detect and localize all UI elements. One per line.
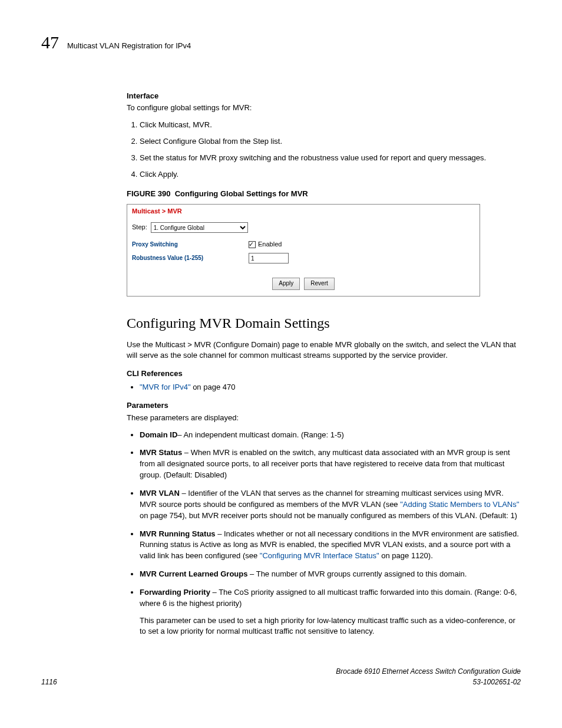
figure-prefix: FIGURE 390 [127, 189, 170, 198]
main-content: Interface To configure global settings f… [127, 91, 521, 638]
param-fwd-label: Forwarding Priority [140, 588, 210, 597]
params-list: Domain ID– An independent multicast doma… [127, 430, 521, 638]
step-4: Click Apply. [140, 169, 521, 180]
robustness-input[interactable] [249, 253, 289, 263]
section-intro: Use the Multicast > MVR (Configure Domai… [127, 340, 521, 362]
step-select[interactable]: 1. Configure Global [151, 222, 248, 233]
footer-right: Brocade 6910 Ethernet Access Switch Conf… [336, 667, 521, 687]
params-heading: Parameters [127, 400, 521, 411]
page-header: 47 Multicast VLAN Registration for IPv4 [41, 29, 521, 55]
step-1: Click Multicast, MVR. [140, 120, 521, 131]
chapter-number: 47 [41, 29, 59, 55]
step-3: Set the status for MVR proxy switching a… [140, 153, 521, 164]
step-selector-row: Step: 1. Configure Global [127, 219, 480, 238]
enabled-checkbox[interactable] [249, 241, 256, 248]
param-running-status: MVR Running Status – Indicates whether o… [140, 529, 521, 562]
breadcrumb-multicast: Multicast [132, 207, 160, 215]
robustness-label: Robustness Value (1-255) [132, 254, 249, 263]
param-running-label: MVR Running Status [140, 529, 216, 538]
section-title: Configuring MVR Domain Settings [127, 313, 521, 334]
form-area: Proxy Switching Enabled Robustness Value… [127, 238, 480, 273]
revert-button[interactable]: Revert [304, 278, 334, 290]
footer-guide: Brocade 6910 Ethernet Access Switch Conf… [336, 667, 521, 677]
cli-list: "MVR for IPv4" on page 470 [127, 382, 521, 393]
param-learned-label: MVR Current Learned Groups [140, 569, 247, 578]
robustness-row: Robustness Value (1-255) [132, 253, 475, 263]
param-mvr-status: MVR Status – When MVR is enabled on the … [140, 447, 521, 481]
param-forwarding-priority: Forwarding Priority – The CoS priority a… [140, 587, 521, 637]
param-domain-id-text: – An independent multicast domain. (Rang… [177, 430, 344, 439]
enabled-label: Enabled [258, 240, 282, 249]
param-mvr-vlan-text2: on page 754), but MVR receiver ports sho… [140, 511, 517, 520]
interface-desc: To configure global settings for MVR: [127, 103, 521, 114]
interface-steps: Click Multicast, MVR. Select Configure G… [127, 120, 521, 180]
param-fwd-note: This parameter can be used to set a high… [140, 615, 521, 638]
figure-caption: Configuring Global Settings for MVR [175, 189, 308, 198]
proxy-switching-label: Proxy Switching [132, 241, 249, 249]
apply-button[interactable]: Apply [272, 278, 300, 290]
params-intro: These parameters are displayed: [127, 413, 521, 424]
param-learned-groups: MVR Current Learned Groups – The number … [140, 569, 521, 580]
cli-link[interactable]: "MVR for IPv4" [140, 383, 191, 391]
proxy-switching-row: Proxy Switching Enabled [132, 240, 475, 249]
step-label: Step: [132, 223, 147, 232]
param-running-link[interactable]: "Configuring MVR Interface Status" [260, 551, 379, 560]
param-mvr-vlan: MVR VLAN – Identifier of the VLAN that s… [140, 488, 521, 522]
footer-doc: 53-1002651-02 [336, 677, 521, 687]
breadcrumb: Multicast > MVR [127, 205, 480, 219]
breadcrumb-sep: > [160, 207, 168, 215]
param-mvr-status-text: – When MVR is enabled on the switch, any… [140, 448, 510, 479]
cli-suffix: on page 470 [191, 383, 236, 391]
interface-heading: Interface [127, 91, 521, 102]
cli-heading: CLI References [127, 368, 521, 380]
param-mvr-status-label: MVR Status [140, 448, 182, 457]
figure-label: FIGURE 390 Configuring Global Settings f… [127, 189, 521, 200]
param-domain-id-label: Domain ID [140, 430, 177, 439]
breadcrumb-mvr: MVR [167, 207, 181, 215]
button-row: Apply Revert [127, 273, 480, 296]
step-2: Select Configure Global from the Step li… [140, 136, 521, 147]
param-domain-id: Domain ID– An independent multicast doma… [140, 430, 521, 441]
cli-item: "MVR for IPv4" on page 470 [140, 382, 521, 393]
page-number: 1116 [41, 677, 57, 687]
param-learned-text: – The number of MVR groups currently ass… [247, 569, 467, 578]
mvr-screenshot: Multicast > MVR Step: 1. Configure Globa… [127, 204, 480, 296]
chapter-title: Multicast VLAN Registration for IPv4 [67, 41, 191, 52]
param-mvr-vlan-label: MVR VLAN [140, 489, 180, 498]
param-mvr-vlan-link[interactable]: "Adding Static Members to VLANs" [400, 500, 519, 509]
param-running-text2: on page 1120). [379, 551, 433, 560]
page-footer: 1116 Brocade 6910 Ethernet Access Switch… [41, 667, 521, 687]
